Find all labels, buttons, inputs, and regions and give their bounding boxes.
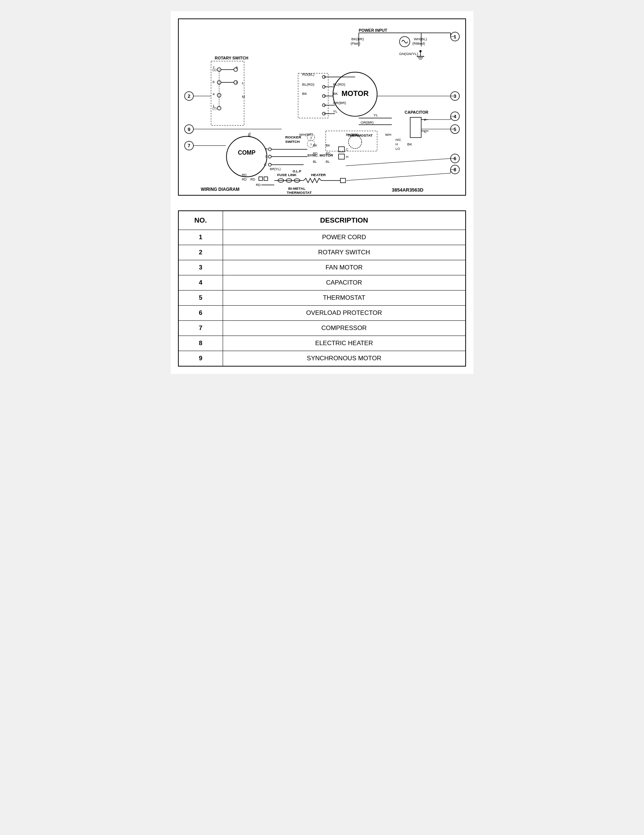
svg-text:BL(RD): BL(RD): [302, 82, 314, 86]
svg-text:BK: BK: [326, 144, 330, 147]
svg-text:H/C: H/C: [395, 138, 402, 142]
svg-text:3854AR3563D: 3854AR3563D: [392, 187, 424, 193]
table-cell-description: ROTARY SWITCH: [223, 245, 466, 260]
svg-text:BK: BK: [302, 91, 307, 96]
svg-text:R: R: [265, 147, 268, 151]
svg-text:C: C: [424, 130, 427, 134]
svg-text:WIRING DIAGRAM: WIRING DIAGRAM: [201, 187, 240, 192]
svg-text:C: C: [346, 148, 349, 151]
svg-text:4: 4: [213, 92, 215, 96]
svg-text:OR(BR): OR(BR): [333, 101, 346, 105]
svg-text:GN(GN/YL): GN(GN/YL): [399, 52, 418, 56]
table-row: 9SYNCHRONOUS MOTOR: [178, 351, 466, 367]
table-header-no: NO.: [178, 211, 223, 230]
svg-text:WH: WH: [385, 133, 392, 136]
svg-text:RD: RD: [250, 177, 255, 181]
table-cell-no: 9: [178, 351, 223, 367]
svg-text:BL: BL: [326, 160, 330, 164]
svg-text:SWITCH: SWITCH: [285, 140, 300, 144]
svg-text:BL(RD): BL(RD): [333, 82, 345, 86]
svg-text:MOTOR: MOTOR: [342, 89, 369, 97]
description-table: NO. DESCRIPTION 1POWER CORD2ROTARY SWITC…: [178, 210, 466, 367]
svg-text:FUSE LINK: FUSE LINK: [277, 173, 297, 177]
svg-text:RD: RD: [256, 183, 261, 187]
table-cell-no: 3: [178, 260, 223, 275]
table-row: 1POWER CORD: [178, 230, 466, 245]
svg-text:BL: BL: [313, 160, 317, 164]
svg-text:9: 9: [188, 127, 190, 132]
svg-text:BK: BK: [313, 144, 317, 147]
svg-text:YL: YL: [333, 109, 338, 113]
svg-text:OR(BR): OR(BR): [360, 120, 373, 124]
svg-text:BK(BR): BK(BR): [351, 37, 364, 41]
table-row: 6OVERLOAD PROTECTOR: [178, 305, 466, 321]
table-cell-description: THERMOSTAT: [223, 291, 466, 305]
svg-text:ROTARY SWITCH: ROTARY SWITCH: [215, 56, 248, 60]
svg-text:LO: LO: [395, 147, 400, 151]
table-cell-no: 1: [178, 230, 223, 245]
svg-text:BI-METAL: BI-METAL: [288, 187, 306, 190]
svg-text:BK: BK: [407, 142, 413, 146]
table-cell-description: FAN MOTOR: [223, 260, 466, 275]
table-row: 4CAPACITOR: [178, 275, 466, 291]
table-cell-description: POWER CORD: [223, 230, 466, 245]
table-cell-no: 7: [178, 321, 223, 336]
svg-text:H: H: [395, 143, 398, 146]
svg-text:H: H: [346, 155, 348, 159]
svg-text:1: 1: [310, 143, 312, 146]
svg-text:2: 2: [188, 93, 190, 99]
table-cell-no: 5: [178, 291, 223, 305]
svg-text:THERMOSTAT: THERMOSTAT: [286, 190, 312, 195]
table-cell-no: 4: [178, 275, 223, 291]
svg-text:(Ribbed): (Ribbed): [413, 42, 425, 45]
svg-text:8: 8: [236, 65, 238, 70]
table-header-description: DESCRIPTION: [223, 211, 466, 230]
svg-text:(1): (1): [213, 68, 217, 72]
table-cell-description: OVERLOAD PROTECTOR: [223, 305, 466, 321]
svg-text:BL: BL: [247, 132, 251, 136]
svg-rect-0: [179, 23, 465, 192]
table-cell-no: 2: [178, 245, 223, 260]
svg-text:ROCKER: ROCKER: [285, 135, 301, 139]
svg-text:7: 7: [188, 143, 190, 148]
svg-text:POWER INPUT: POWER INPUT: [359, 28, 387, 32]
svg-text:RD: RD: [242, 173, 247, 177]
svg-text:RD: RD: [242, 177, 247, 181]
svg-text:WH(BL): WH(BL): [414, 37, 427, 41]
wiring-diagram: 1 2 3 4 5 6 7 8 9: [178, 18, 466, 196]
table-cell-no: 8: [178, 336, 223, 351]
svg-text:YL: YL: [373, 113, 378, 117]
svg-text:COMP: COMP: [238, 149, 255, 156]
table-row: 7COMPRESSOR: [178, 321, 466, 336]
svg-text:M: M: [242, 94, 245, 99]
svg-text:6: 6: [213, 80, 215, 84]
svg-text:S: S: [265, 154, 268, 158]
svg-text:C: C: [264, 162, 267, 166]
table-row: 3FAN MOTOR: [178, 260, 466, 275]
page-container: 1 2 3 4 5 6 7 8 9: [171, 11, 473, 374]
table-cell-description: COMPRESSOR: [223, 321, 466, 336]
table-cell-description: ELECTRIC HEATER: [223, 336, 466, 351]
table-cell-description: CAPACITOR: [223, 275, 466, 291]
svg-text:RD: RD: [326, 152, 330, 155]
svg-text:RD: RD: [313, 152, 317, 155]
svg-text:BK: BK: [333, 91, 338, 96]
table-cell-no: 6: [178, 305, 223, 321]
svg-text:L: L: [242, 81, 244, 85]
svg-text:(7): (7): [213, 107, 217, 110]
table-row: 5THERMOSTAT: [178, 291, 466, 305]
svg-text:BR(YL): BR(YL): [270, 167, 281, 171]
table-row: 2ROTARY SWITCH: [178, 245, 466, 260]
svg-text:3: 3: [310, 136, 312, 140]
svg-text:HEATER: HEATER: [311, 173, 326, 177]
table-row: 8ELECTRIC HEATER: [178, 336, 466, 351]
svg-text:CAPACITOR: CAPACITOR: [405, 110, 428, 114]
table-cell-description: SYNCHRONOUS MOTOR: [223, 351, 466, 367]
